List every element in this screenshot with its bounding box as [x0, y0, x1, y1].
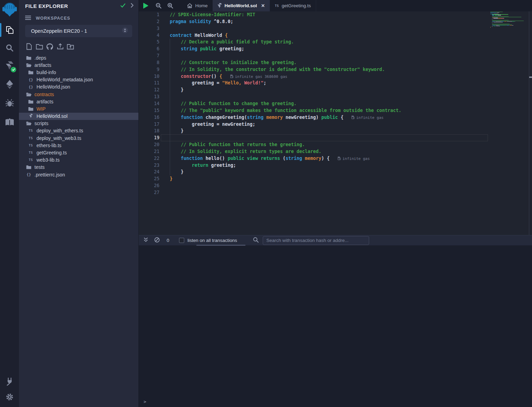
- editor-top-bar: Home HelloWorld.sol ✕ TS getGreeting.ts: [139, 0, 532, 11]
- json-file-icon: {}: [26, 172, 32, 177]
- files-icon: [5, 26, 14, 34]
- file-name: scripts: [34, 121, 48, 126]
- terminal-drag-handle[interactable]: [196, 245, 246, 246]
- settings-tab[interactable]: [0, 389, 19, 405]
- file-tree-item[interactable]: contracts: [19, 91, 138, 98]
- zoom-in-icon[interactable]: [164, 0, 176, 11]
- file-tree-item[interactable]: TSdeploy_with_web3.ts: [19, 134, 138, 142]
- file-tree-item[interactable]: TSdeploy_with_ethers.ts: [19, 127, 138, 134]
- typescript-file-icon: TS: [275, 4, 279, 8]
- typescript-file-icon: TS: [28, 144, 34, 147]
- transaction-count: 0: [167, 238, 169, 243]
- typescript-file-icon: TS: [28, 151, 34, 154]
- file-tree-item[interactable]: TSgetGreeting.ts: [19, 149, 138, 156]
- typescript-file-icon: TS: [28, 158, 34, 162]
- folder-icon: [28, 70, 34, 74]
- folder-icon: [26, 56, 32, 60]
- file-explorer-tab[interactable]: [0, 22, 19, 38]
- file-name: HelloWorld_metadata.json: [36, 77, 93, 82]
- home-icon: [187, 3, 192, 8]
- file-tree-item[interactable]: artifacts: [19, 61, 138, 69]
- terminal-search-input[interactable]: [263, 236, 369, 245]
- book-icon: [5, 118, 14, 126]
- file-name: build-info: [36, 70, 56, 75]
- folder-open-icon: [26, 92, 32, 96]
- solidity-compiler-tab[interactable]: [0, 58, 19, 74]
- file-name: .deps: [34, 55, 46, 61]
- file-tree-item[interactable]: build-info: [19, 69, 138, 76]
- plugin-manager-tab[interactable]: [0, 373, 19, 389]
- terminal-toolbar: 0 listen on all transactions: [139, 235, 532, 245]
- upload-folder-icon[interactable]: [67, 43, 74, 50]
- run-script-button[interactable]: [139, 0, 153, 11]
- tab-label: getGreeting.ts: [282, 3, 311, 8]
- tab-helloworld-sol[interactable]: HelloWorld.sol ✕: [213, 0, 270, 11]
- zoom-out-icon[interactable]: [153, 0, 164, 11]
- code-lines: 1// SPDX-License-Identifier: MIT2pragma …: [139, 11, 401, 196]
- folder-icon: [26, 165, 32, 169]
- file-name: HelloWorld.sol: [36, 113, 67, 119]
- file-tree-item[interactable]: scripts: [19, 120, 138, 127]
- tab-getgreeting-ts[interactable]: TS getGreeting.ts: [270, 0, 316, 11]
- compile-success-badge: [11, 67, 16, 72]
- plug-icon: [5, 377, 14, 386]
- code-editor[interactable]: 1// SPDX-License-Identifier: MIT2pragma …: [139, 11, 532, 235]
- file-tree-item[interactable]: WIP: [19, 105, 138, 112]
- deploy-run-tab[interactable]: [0, 77, 19, 92]
- workspace-select-arrows-icon: [122, 27, 128, 35]
- saved-check-icon: [120, 3, 126, 9]
- file-name: artifacts: [36, 99, 53, 104]
- collapse-panel-chevron[interactable]: [131, 3, 134, 9]
- json-file-icon: {}: [28, 78, 34, 82]
- main-area: Home HelloWorld.sol ✕ TS getGreeting.ts …: [139, 0, 532, 407]
- file-tree-item[interactable]: .deps: [19, 54, 138, 61]
- debugger-tab[interactable]: [0, 95, 19, 111]
- file-explorer-toolbar: [19, 37, 138, 53]
- panel-title: FILE EXPLORER: [25, 3, 120, 9]
- upload-file-icon[interactable]: [56, 43, 64, 50]
- tab-home[interactable]: Home: [182, 0, 213, 11]
- file-tree-item[interactable]: tests: [19, 164, 138, 171]
- file-tree-item[interactable]: artifacts: [19, 98, 138, 105]
- file-tree-item[interactable]: TSweb3-lib.ts: [19, 156, 138, 164]
- solidity-file-icon: [28, 114, 34, 119]
- close-tab-icon[interactable]: ✕: [261, 3, 265, 8]
- file-name: web3-lib.ts: [36, 157, 60, 163]
- file-tree-item[interactable]: {}HelloWorld.json: [19, 83, 138, 91]
- folder-open-icon: [26, 63, 32, 67]
- bug-icon: [5, 99, 14, 107]
- active-indicator: [0, 23, 1, 37]
- terminal-output[interactable]: >: [139, 245, 532, 407]
- workspaces-menu-icon[interactable]: [25, 15, 31, 21]
- gear-icon: [6, 393, 14, 401]
- github-icon[interactable]: [46, 43, 53, 50]
- search-tab[interactable]: [0, 40, 19, 56]
- scrollbar-track: [529, 11, 529, 235]
- workspaces-label: WORKSPACES: [36, 16, 70, 21]
- remix-logo[interactable]: [0, 1, 19, 18]
- file-name: artifacts: [34, 62, 51, 68]
- file-name: getGreeting.ts: [36, 150, 67, 155]
- file-name: deploy_with_ethers.ts: [36, 128, 83, 133]
- new-folder-icon[interactable]: [36, 43, 43, 50]
- json-file-icon: {}: [28, 85, 34, 89]
- file-tree-item[interactable]: {}.prettierrc.json: [19, 171, 138, 178]
- clear-console-icon[interactable]: [154, 237, 160, 244]
- typescript-file-icon: TS: [28, 129, 34, 132]
- gas-estimate: infinite gas: [352, 115, 383, 120]
- file-tree: .depsartifactsbuild-info{}HelloWorld_met…: [19, 54, 138, 178]
- file-name: HelloWorld.json: [36, 84, 70, 90]
- file-tree-item[interactable]: HelloWorld.sol: [19, 113, 138, 120]
- gas-estimate: infinite gas: [338, 156, 369, 161]
- minimap[interactable]: [490, 12, 525, 29]
- file-tree-item[interactable]: TSethers-lib.ts: [19, 142, 138, 149]
- listen-transactions-label: listen on all transactions: [188, 238, 237, 243]
- new-file-icon[interactable]: [25, 43, 33, 50]
- scrollbar-thumb[interactable]: [529, 77, 532, 78]
- learneth-tab[interactable]: [0, 114, 19, 130]
- listen-transactions-checkbox[interactable]: [179, 238, 184, 243]
- workspace-select[interactable]: OpenZeppelin ERC20 - 1: [25, 25, 132, 37]
- file-tree-item[interactable]: {}HelloWorld_metadata.json: [19, 76, 138, 83]
- gas-estimate: infinite gas 368600 gas: [230, 74, 287, 79]
- expand-terminal-icon[interactable]: [143, 237, 148, 244]
